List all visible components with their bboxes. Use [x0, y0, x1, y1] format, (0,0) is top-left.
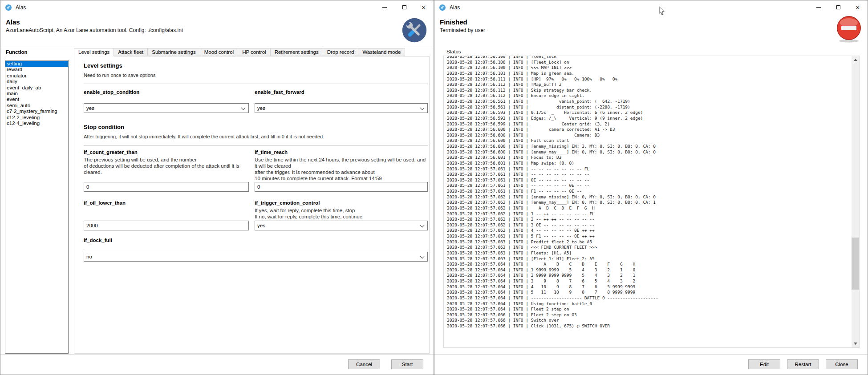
function-list-item[interactable]: emulator	[5, 73, 68, 79]
log-line: 2020-05-28 12:07:57.062 | INFO | [enemy_…	[447, 194, 851, 200]
tab[interactable]: Submarine settings	[147, 48, 200, 56]
log-scrollbar[interactable]	[852, 56, 859, 347]
tab[interactable]: Attack fleet	[114, 48, 148, 56]
chevron-down-icon	[420, 223, 425, 227]
select-value: yes	[257, 105, 265, 111]
function-list-item[interactable]: c7-2_mystery_farming	[5, 109, 68, 114]
tab[interactable]: Mood control	[200, 48, 238, 56]
if-count-greater-than-input[interactable]	[84, 182, 249, 192]
app-icon	[439, 4, 446, 11]
alas-config-window: Alas × Alas AzurLaneAutoScript, An Azur …	[0, 0, 434, 375]
field-if-time-reach: if_time_reach Use the time within the ne…	[255, 149, 428, 192]
maximize-button[interactable]	[828, 0, 848, 14]
close-button[interactable]: ×	[414, 0, 434, 14]
status-title: Finished	[440, 18, 467, 26]
log-line: 2020-05-28 12:07:57.062 | INFO | 3 0E --…	[447, 222, 851, 228]
log-line: 2020-05-28 12:07:56.600 | INFO | [enemy_…	[447, 144, 851, 149]
function-list-item[interactable]: main	[5, 91, 68, 97]
function-list[interactable]: settingrewardemulatordailyevent_daily_ab…	[5, 60, 69, 354]
titlebar[interactable]: Alas ×	[0, 0, 434, 15]
right-footer: Edit Restart Close	[434, 354, 868, 375]
field-desc: If yes, wait for reply, complete this ti…	[255, 208, 428, 220]
field-label: enable_stop_condition	[84, 89, 249, 95]
tab[interactable]: Drop record	[323, 48, 359, 56]
titlebar[interactable]: Alas ×	[434, 0, 868, 15]
log-line: 2020-05-28 12:07:56.101 | INFO | Map is …	[447, 71, 851, 77]
if-oil-lower-than-input[interactable]	[84, 221, 249, 230]
close-icon: ×	[856, 4, 860, 11]
if-time-reach-input[interactable]	[255, 182, 428, 192]
chevron-down-icon	[420, 254, 425, 258]
log-line: 2020-05-28 12:07:57.064 | INFO | 3 9 8 7…	[447, 278, 851, 284]
tab[interactable]: Retirement settings	[270, 48, 323, 56]
if-trigger-emotion-control-select[interactable]: yes	[255, 221, 428, 230]
enable-stop-condition-select[interactable]: yes	[84, 103, 249, 113]
log-line: 2020-05-28 12:07:56.600 | INFO | Camera:…	[447, 133, 851, 138]
minimize-icon	[382, 7, 387, 8]
log-line: 2020-05-28 12:07:56.601 | INFO | Focus t…	[447, 155, 851, 161]
log-line: 2020-05-28 12:07:56.593 | INFO | Edges: …	[447, 116, 851, 121]
divider	[84, 145, 428, 145]
function-list-item[interactable]: event_daily_ab	[5, 85, 68, 91]
minimize-button[interactable]	[375, 0, 394, 14]
function-list-item[interactable]: c12-2_leveling	[5, 115, 68, 121]
enable-fast-forward-select[interactable]: yes	[255, 103, 428, 113]
caption-buttons: ×	[809, 0, 868, 14]
chevron-down-icon	[420, 106, 425, 110]
scrollbar-thumb[interactable]	[852, 238, 859, 290]
tab[interactable]: Level settings	[74, 48, 114, 56]
field-label: if_trigger_emotion_control	[255, 200, 428, 206]
log-line: 2020-05-28 12:07:57.063 | INFO | <<< FIN…	[447, 245, 851, 250]
screenshot-stage: Alas × Alas AzurLaneAutoScript, An Azur …	[0, 0, 868, 375]
log-line: 2020-05-28 12:07:56.600 | INFO | Full sc…	[447, 138, 851, 144]
maximize-button[interactable]	[394, 0, 414, 14]
field-if-count-greater-than: if_count_greater_than The previous setti…	[84, 149, 249, 192]
log-line: 2020-05-28 12:07:57.064 | INFO | 2 9999 …	[447, 273, 851, 278]
field-label: if_oil_lower_than	[84, 200, 249, 206]
field-enable-stop-condition: enable_stop_condition yes	[84, 89, 249, 113]
tab[interactable]: Wasteland mode	[358, 48, 405, 56]
close-button[interactable]: ×	[848, 0, 868, 14]
function-list-item[interactable]: semi_auto	[5, 103, 68, 109]
if-dock-full-select[interactable]: no	[84, 252, 428, 262]
field-desc: Use the time within the next 24 hours, t…	[255, 157, 428, 182]
select-value: no	[86, 254, 92, 259]
select-value: yes	[86, 105, 94, 111]
start-button[interactable]: Start	[391, 359, 423, 369]
minimize-icon	[816, 7, 821, 8]
log-line: 2020-05-28 12:07:56.112 | INFO | Skip st…	[447, 88, 851, 93]
section-title: Level settings	[84, 62, 427, 69]
cancel-button[interactable]: Cancel	[348, 359, 380, 369]
log-line: 2020-05-28 12:07:57.066 | INFO | Switch …	[447, 318, 851, 323]
field-if-oil-lower-than: if_oil_lower_than	[84, 200, 249, 230]
field-if-dock-full: if_dock_full no	[84, 237, 428, 262]
page-subtitle: AzurLaneAutoScript, An Azur Lane automat…	[6, 27, 183, 33]
level-settings-tabpage: Level settings Need to run once to save …	[74, 56, 430, 354]
log-line: 2020-05-28 12:07:57.062 | INFO | 1 -- ++…	[447, 211, 851, 217]
log-line: 2020-05-28 12:07:56.561 | INFO | distant…	[447, 105, 851, 110]
function-list-item[interactable]: event	[5, 97, 68, 102]
divider	[84, 84, 428, 84]
section-desc: Need to run once to save options	[84, 72, 427, 78]
close-log-button[interactable]: Close	[826, 359, 858, 369]
minimize-button[interactable]	[809, 0, 828, 14]
restart-button[interactable]: Restart	[787, 359, 819, 369]
function-list-item[interactable]: daily	[5, 79, 68, 85]
select-value: yes	[257, 223, 265, 228]
log-output[interactable]: 2020-05-28 12:07:56.100 | INFO | fleet_l…	[447, 56, 851, 347]
tab-bar[interactable]: Level settingsAttack fleetSubmarine sett…	[74, 48, 405, 56]
function-label: Function	[6, 49, 28, 55]
log-line: 2020-05-28 12:07:56.112 | INFO | Ensure …	[447, 93, 851, 99]
maximize-icon	[836, 5, 840, 9]
function-list-item[interactable]: reward	[5, 67, 68, 73]
log-line: 2020-05-28 12:07:57.064 | INFO | -------…	[447, 295, 851, 301]
function-list-item[interactable]: c12-4_leveling	[5, 121, 68, 126]
triangle-up-icon	[854, 57, 857, 61]
log-line: 2020-05-28 12:07:57.061 | INFO | -- -- -…	[447, 172, 851, 177]
scroll-down-button[interactable]	[852, 340, 859, 347]
scroll-up-button[interactable]	[852, 56, 859, 64]
edit-button[interactable]: Edit	[748, 359, 780, 369]
window-title: Alas	[16, 4, 26, 11]
tab[interactable]: HP control	[238, 48, 270, 56]
function-list-item[interactable]: setting	[5, 61, 68, 67]
